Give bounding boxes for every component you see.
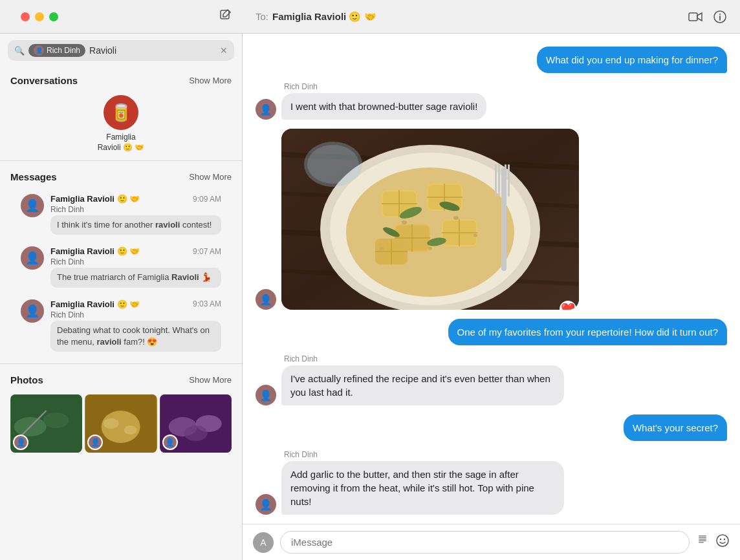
msg-text-0: I think it's time for another ravioli co… xyxy=(50,215,221,235)
search-icon: 🔍 xyxy=(14,46,25,56)
svg-point-6 xyxy=(43,413,69,428)
search-clear-button[interactable]: ✕ xyxy=(220,45,228,56)
photo-thumb-2[interactable]: 👤 xyxy=(160,394,232,453)
chip-avatar: 👤 xyxy=(34,45,44,56)
msg-header-1: Famiglia Ravioli 🙂 🤝 9:07 AM xyxy=(50,246,221,256)
compose-button[interactable] xyxy=(219,8,232,25)
message-item-2[interactable]: 👤 Famiglia Ravioli 🙂 🤝 9:03 AM Rich Dinh… xyxy=(10,294,232,357)
chat-area: What did you end up making for dinner? 👤… xyxy=(243,34,740,560)
msg-content-2: Famiglia Ravioli 🙂 🤝 9:03 AM Rich Dinh D… xyxy=(50,299,221,352)
audio-input-button[interactable] xyxy=(696,534,709,550)
message-item-1[interactable]: 👤 Famiglia Ravioli 🙂 🤝 9:07 AM Rich Dinh… xyxy=(10,241,232,292)
msg-avatar-0: 👤 xyxy=(21,194,44,217)
messages-header: Messages Show More xyxy=(10,171,232,182)
msg-avatar-2: 👤 xyxy=(21,299,44,323)
reaction-heart: ❤️ xyxy=(560,301,576,310)
divider-1 xyxy=(0,160,242,161)
bubble-row-4: 👤 Rich Dinh I've actually refined the re… xyxy=(256,354,727,405)
bubble-row-6: 👤 Rich Dinh Add garlic to the butter, an… xyxy=(256,450,727,515)
to-name: Famiglia Ravioli 🙂 🤝 xyxy=(272,11,376,23)
svg-point-68 xyxy=(724,539,725,540)
conversations-section: Conversations Show More 🥫 FamigliaRaviol… xyxy=(0,67,242,158)
bubble-wrap-5: What's your secret? xyxy=(624,415,727,441)
messages-title: Messages xyxy=(10,171,57,182)
bubble-row-image: 👤 xyxy=(256,129,727,310)
msg-sender-2: Rich Dinh xyxy=(50,310,221,319)
bubble-text-6: Add garlic to the butter, and then stir … xyxy=(290,469,534,507)
photo-overlay-0: 👤 xyxy=(13,435,28,450)
photo-thumb-0[interactable]: 👤 xyxy=(10,394,82,453)
message-input[interactable] xyxy=(280,531,690,554)
msg-content-1: Famiglia Ravioli 🙂 🤝 9:07 AM Rich Dinh T… xyxy=(50,246,221,287)
input-icons xyxy=(696,533,730,551)
svg-rect-63 xyxy=(699,539,706,540)
svg-rect-57 xyxy=(505,164,506,197)
bubble-avatar-4: 👤 xyxy=(256,385,276,405)
svg-rect-56 xyxy=(498,164,500,197)
info-button[interactable] xyxy=(713,10,727,24)
chat-messages: What did you end up making for dinner? 👤… xyxy=(243,34,740,524)
photos-title: Photos xyxy=(10,374,43,385)
photos-section: Photos Show More xyxy=(0,367,242,394)
bubble-text-4: I've actually refined the recipe and it'… xyxy=(290,373,550,398)
bubble-text-0: What did you end up making for dinner? xyxy=(546,54,718,65)
svg-point-67 xyxy=(720,539,721,540)
msg-header-2: Famiglia Ravioli 🙂 🤝 9:03 AM xyxy=(50,299,221,309)
bubble-0: What did you end up making for dinner? xyxy=(537,47,727,73)
title-icons xyxy=(688,10,727,24)
messages-section: Messages Show More 👤 Famiglia Ravioli 🙂 … xyxy=(0,164,242,361)
msg-sender-0: Rich Dinh xyxy=(50,205,221,214)
sidebar: 🔍 👤 Rich Dinh Ravioli ✕ Conversations Sh… xyxy=(0,34,243,560)
bubble-wrap-3: One of my favorites from your repertoire… xyxy=(448,319,728,345)
conversation-item-famiglia[interactable]: 🥫 FamigliaRavioli 🙂 🤝 xyxy=(10,92,232,155)
msg-text-1: The true matriarch of Famiglia Ravioli 💃 xyxy=(50,268,221,287)
emoji-button[interactable] xyxy=(715,533,730,551)
msg-from-0: Famiglia Ravioli 🙂 🤝 xyxy=(50,194,140,204)
msg-from-2: Famiglia Ravioli 🙂 🤝 xyxy=(50,299,140,309)
svg-rect-64 xyxy=(699,541,706,542)
bubble-3: One of my favorites from your repertoire… xyxy=(448,319,728,345)
msg-from-1: Famiglia Ravioli 🙂 🤝 xyxy=(50,246,140,256)
svg-point-50 xyxy=(453,216,459,220)
search-input-wrap[interactable]: 🔍 👤 Rich Dinh Ravioli ✕ xyxy=(8,40,234,61)
famiglia-name: FamigliaRavioli 🙂 🤝 xyxy=(98,133,145,153)
search-bar: 🔍 👤 Rich Dinh Ravioli ✕ xyxy=(0,34,242,67)
title-bar: To: Famiglia Ravioli 🙂 🤝 xyxy=(0,0,740,34)
maximize-button[interactable] xyxy=(49,12,58,21)
bubble-avatar-image: 👤 xyxy=(256,289,276,310)
close-button[interactable] xyxy=(21,12,30,21)
ravioli-image-bubble[interactable]: ❤️ xyxy=(281,129,579,310)
svg-rect-1 xyxy=(689,13,697,21)
bubble-sender-6: Rich Dinh xyxy=(284,450,564,459)
msg-time-1: 9:07 AM xyxy=(193,247,221,256)
photos-show-more[interactable]: Show More xyxy=(189,375,232,385)
photos-header: Photos Show More xyxy=(10,374,232,385)
bubble-sender-1: Rich Dinh xyxy=(284,82,486,91)
svg-point-3 xyxy=(719,14,721,15)
messages-show-more[interactable]: Show More xyxy=(189,172,232,182)
msg-avatar-1: 👤 xyxy=(21,246,44,270)
bubble-wrap-4: Rich Dinh I've actually refined the reci… xyxy=(281,354,564,405)
conversations-show-more[interactable]: Show More xyxy=(189,76,232,85)
msg-time-2: 9:03 AM xyxy=(193,299,221,308)
divider-2 xyxy=(0,363,242,364)
svg-rect-65 xyxy=(699,542,704,543)
minimize-button[interactable] xyxy=(35,12,44,21)
bubble-wrap-image: ❤️ xyxy=(281,129,579,310)
chip-name: Rich Dinh xyxy=(47,46,80,55)
photo-thumb-1[interactable]: 👤 xyxy=(85,394,157,453)
msg-content-0: Famiglia Ravioli 🙂 🤝 9:09 AM Rich Dinh I… xyxy=(50,194,221,235)
bubble-6: Add garlic to the butter, and then stir … xyxy=(281,461,564,515)
svg-point-52 xyxy=(380,247,384,250)
svg-point-49 xyxy=(402,221,407,224)
to-label: To: xyxy=(256,11,268,22)
bubble-text-5: What's your secret? xyxy=(633,422,718,433)
svg-rect-62 xyxy=(699,537,706,539)
msg-text-2: Debating what to cook tonight. What's on… xyxy=(50,321,221,352)
message-item-0[interactable]: 👤 Famiglia Ravioli 🙂 🤝 9:09 AM Rich Dinh… xyxy=(10,189,232,240)
svg-point-12 xyxy=(124,425,137,435)
svg-point-53 xyxy=(473,234,477,237)
video-call-button[interactable] xyxy=(688,12,702,22)
bubble-sender-4: Rich Dinh xyxy=(284,354,564,363)
svg-rect-58 xyxy=(508,164,510,197)
